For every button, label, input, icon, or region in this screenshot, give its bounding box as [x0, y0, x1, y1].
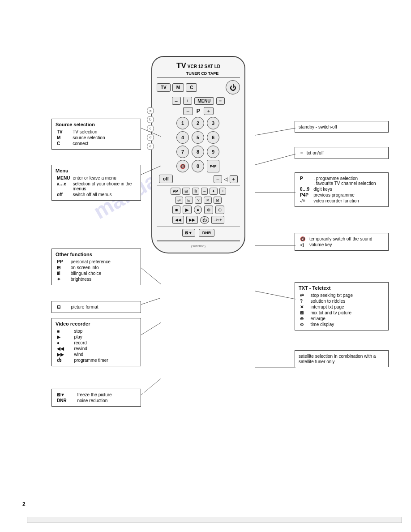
stop-seek-button[interactable]: ⇄	[175, 197, 183, 204]
c-button[interactable]: C	[186, 83, 197, 92]
m-button[interactable]: M	[172, 83, 184, 92]
programme-box: P . programme selection. favourite TV ch…	[295, 172, 389, 207]
table-row: M source selection	[56, 135, 137, 141]
mix-txt-button[interactable]: ⊠	[214, 197, 222, 204]
mute-button[interactable]: 🔇	[176, 160, 189, 172]
svg-line-7	[255, 154, 295, 165]
satellite-desc: satellite selection in combination with …	[299, 354, 376, 364]
svg-line-3	[141, 298, 161, 305]
time-display-button[interactable]: ⊙	[215, 206, 224, 214]
menu-button[interactable]: MENU	[194, 97, 214, 105]
table-row: PP personal preference	[56, 259, 137, 265]
p-minus-button[interactable]: –	[183, 107, 193, 115]
table-row: 🔇 temporarily switch off the sound	[299, 236, 385, 242]
table-row: ⇄ stop seeking txt page	[299, 292, 385, 298]
num6-button[interactable]: 6	[207, 131, 219, 144]
tv-button[interactable]: TV	[157, 83, 171, 92]
txt-teletext-title: TXT - Teletext	[299, 285, 385, 291]
enlarge-button[interactable]: ⊕	[204, 206, 213, 214]
table-row: ≡ txt on/off	[299, 150, 325, 156]
txt-button[interactable]: ≡	[216, 97, 225, 105]
table-row: 0…9 digit keys	[299, 186, 385, 192]
rewind-button[interactable]: ◀◀	[172, 216, 184, 224]
picture-format-button[interactable]: ⊟	[185, 197, 193, 204]
off-button[interactable]: off	[159, 175, 173, 183]
screen-info-button[interactable]: ⊞	[182, 188, 190, 195]
p4p-button[interactable]: P4P	[207, 160, 219, 172]
table-row: C connect	[56, 141, 137, 146]
num9-button[interactable]: 9	[207, 146, 219, 158]
num1-button[interactable]: 1	[176, 117, 189, 129]
vol2-minus-button[interactable]: –	[214, 175, 222, 183]
satellite-box: satellite selection in combination with …	[295, 350, 389, 367]
bilingual-button[interactable]: ⅡI	[192, 188, 200, 195]
other-functions-box: Other functions PP personal preference ⊞…	[51, 249, 141, 285]
table-row: ⅡI bilingual choice	[56, 270, 137, 276]
letter-b[interactable]: b	[147, 116, 154, 123]
video-recorder-table: ■ stop ▶ play ● record ◀◀ rewind ▶▶ wind…	[56, 328, 137, 363]
pp-button[interactable]: PP	[171, 188, 180, 195]
num8-button[interactable]: 8	[192, 146, 204, 158]
letter-e[interactable]: e	[147, 143, 154, 150]
wind-desc: wind	[73, 352, 137, 357]
interrupt-txt-button[interactable]: ✕	[204, 197, 212, 204]
num5-button[interactable]: 5	[192, 131, 204, 144]
table-row: a…e selection of your choice in the menu…	[56, 181, 137, 192]
table-row: ⊟ picture format	[56, 304, 137, 310]
table-row: ▶▶ wind	[56, 352, 137, 357]
vol-minus-button[interactable]: –	[172, 97, 181, 105]
letter-a[interactable]: a	[147, 107, 154, 114]
p-plus-button[interactable]: +	[204, 107, 214, 115]
table-row: P4P previous programme	[299, 192, 385, 198]
stop-button[interactable]: ■	[172, 206, 180, 214]
dnr-button[interactable]: DNR	[199, 229, 215, 237]
table-row: ■ stop	[56, 328, 137, 334]
letter-d[interactable]: d	[147, 134, 154, 141]
sound-volume-box: 🔇 temporarily switch off the sound ◁ vol…	[295, 233, 389, 251]
video-recorder-box: Video recorder ■ stop ▶ play ● record ◀◀…	[51, 318, 141, 366]
freeze-noise-table: ⊠▼ freeze the picture DNR noise reductio…	[56, 392, 137, 403]
table-row: ◀◀ rewind	[56, 346, 137, 352]
remote-control: TV VCR 12 SAT LD TUNER CD TAPE TV M C ⏻ …	[151, 56, 245, 253]
mute-desc: temporarily switch off the sound	[308, 236, 385, 242]
tv-desc: TV selection	[71, 129, 137, 135]
scissors-button[interactable]: –✄+	[211, 216, 224, 224]
brightness-plus-button[interactable]: +	[219, 188, 226, 195]
vol-plus-button[interactable]: +	[183, 97, 192, 105]
source-selection-title: Source selection	[56, 122, 137, 127]
video-recorder-title: Video recorder	[56, 321, 137, 326]
prog-timer-button[interactable]: ⏻	[200, 216, 209, 224]
picture-format-table: ⊟ picture format	[56, 304, 137, 310]
table-row: ⊠ mix txt and tv picture	[299, 310, 385, 316]
other-functions-table: PP personal preference ⊞ on screen info …	[56, 259, 137, 282]
riddles-button[interactable]: ?	[195, 197, 201, 204]
interrupt-txt-desc: interrupt txt page	[309, 304, 385, 310]
ff-button[interactable]: ▶▶	[186, 216, 198, 224]
svg-line-10	[255, 291, 295, 299]
num3-button[interactable]: 3	[207, 117, 219, 129]
letter-c[interactable]: c	[147, 125, 154, 132]
freeze-button[interactable]: ⊠▼	[182, 229, 195, 237]
noise-desc: noise reduction	[76, 398, 137, 403]
brightness-minus-button[interactable]: –	[201, 188, 208, 195]
bilingual-desc: bilingual choice	[69, 270, 137, 276]
num2-button[interactable]: 2	[192, 117, 204, 129]
num4-button[interactable]: 4	[176, 131, 189, 144]
other-functions-title: Other functions	[56, 252, 137, 257]
satellite-bottom: (satellite)	[157, 244, 240, 248]
table-row: DNR noise reduction	[56, 398, 137, 403]
c-desc: connect	[71, 141, 137, 146]
record-button[interactable]: ●	[194, 206, 202, 214]
table-row: ⊠▼ freeze the picture	[56, 392, 137, 398]
svg-line-2	[141, 268, 161, 284]
picture-format-desc: picture format	[69, 304, 137, 310]
num0-button[interactable]: 0	[192, 160, 204, 172]
power-button[interactable]: ⏻	[226, 80, 240, 94]
enlarge-desc: enlarge	[309, 316, 385, 322]
menu-table: MENU enter or leave a menu a…e selection…	[56, 175, 137, 197]
play-button[interactable]: ▶	[183, 206, 192, 214]
num7-button[interactable]: 7	[176, 146, 189, 158]
table-row: ✦ brightness	[56, 276, 137, 282]
vol2-plus-button[interactable]: +	[230, 175, 238, 183]
brightness-icon: ✦	[210, 188, 218, 195]
